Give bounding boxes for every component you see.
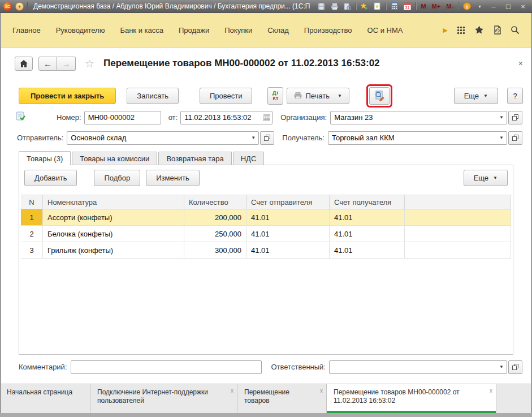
favorites-star-icon[interactable] xyxy=(474,25,484,35)
menu-item-os-i-nma[interactable]: ОС и НМА xyxy=(367,26,403,35)
row-acc-from[interactable]: 41.01 xyxy=(246,209,330,226)
info-dropdown-icon[interactable]: ▾ xyxy=(475,2,485,11)
organization-open-button[interactable] xyxy=(508,111,522,124)
row-acc-to[interactable]: 41.01 xyxy=(330,209,405,226)
help-button[interactable]: ? xyxy=(507,88,523,104)
taskbar-tab-home[interactable]: Начальная страница xyxy=(0,384,90,413)
main-menu-dropdown-icon[interactable]: ▾ xyxy=(15,2,24,11)
sender-field[interactable]: Основной склад ▼ xyxy=(67,131,259,145)
row-qty[interactable]: 200,000 xyxy=(184,209,246,226)
favorites-icon[interactable] xyxy=(373,2,382,11)
close-tab-icon[interactable]: x xyxy=(320,386,323,395)
show-postings-dtkt-button[interactable]: Дт Кт xyxy=(267,87,283,105)
add-favorite-icon[interactable] xyxy=(360,2,369,11)
table-toolbar: Добавить Подбор Изменить Еще ▼ xyxy=(24,170,508,186)
taskbar-tab-goods-transfer[interactable]: Перемещение товаров x xyxy=(237,384,327,413)
tab-returnable-tare[interactable]: Возвратная тара xyxy=(158,152,231,165)
back-button[interactable]: ← xyxy=(38,57,57,71)
col-header-acc-to[interactable]: Счет получателя xyxy=(330,195,405,209)
menu-item-sklad[interactable]: Склад xyxy=(267,26,289,35)
table-row[interactable]: 1 Ассорти (конфеты) 200,000 41.01 41.01 xyxy=(21,209,511,226)
preview-icon[interactable] xyxy=(343,2,352,11)
row-number: 1 xyxy=(21,209,43,226)
post-button[interactable]: Провести xyxy=(200,88,253,104)
tab-commission-goods[interactable]: Товары на комиссии xyxy=(72,152,157,165)
home-button[interactable] xyxy=(15,57,33,71)
close-document-icon[interactable]: × xyxy=(518,59,523,68)
responsible-dropdown-icon[interactable]: ▼ xyxy=(496,361,507,373)
row-acc-from[interactable]: 41.01 xyxy=(246,226,330,242)
favorite-star-icon[interactable]: ☆ xyxy=(85,57,94,70)
row-acc-to[interactable]: 41.01 xyxy=(330,242,405,259)
col-header-acc-from[interactable]: Счет отправителя xyxy=(246,195,330,209)
number-label: Номер: xyxy=(57,113,81,122)
row-qty[interactable]: 250,000 xyxy=(184,226,246,242)
sender-dropdown-icon[interactable]: ▼ xyxy=(248,132,258,144)
col-header-n[interactable]: N xyxy=(21,195,43,209)
number-field[interactable]: МН00-000002 xyxy=(84,111,161,124)
row-item[interactable]: Белочка (конфеты) xyxy=(43,226,184,242)
menu-overflow-arrow-icon[interactable]: ▶ xyxy=(443,27,448,34)
row-item[interactable]: Ассорти (конфеты) xyxy=(43,209,184,226)
taskbar-tab-internet-support[interactable]: Подключение Интернет-поддержки пользоват… xyxy=(90,384,237,413)
add-row-button[interactable]: Добавить xyxy=(24,170,77,186)
app-logo-icon[interactable]: 1С xyxy=(3,2,12,11)
table-more-button[interactable]: Еще ▼ xyxy=(464,170,508,186)
organization-dropdown-icon[interactable]: ▼ xyxy=(496,111,507,124)
menu-item-rukovoditelyu[interactable]: Руководителю xyxy=(56,26,105,35)
save-icon[interactable] xyxy=(317,2,326,11)
window-title: Демонстрационная база / Абдулов Юрий Вла… xyxy=(33,2,310,10)
date-field[interactable]: 11.02.2013 16:53:02 xyxy=(180,111,273,124)
forward-button[interactable]: → xyxy=(57,57,76,71)
col-header-qty[interactable]: Количество xyxy=(184,195,246,209)
table-more-dropdown-icon: ▼ xyxy=(493,175,498,180)
memory-subtract-button[interactable]: M- xyxy=(445,3,455,10)
sender-open-button[interactable] xyxy=(260,131,274,145)
memory-add-button[interactable]: M+ xyxy=(431,3,442,10)
close-window-button[interactable]: × xyxy=(517,0,529,13)
row-qty[interactable]: 300,000 xyxy=(184,242,246,259)
close-tab-icon[interactable]: x xyxy=(490,386,492,395)
row-acc-from[interactable]: 41.01 xyxy=(246,242,330,259)
write-button[interactable]: Записать xyxy=(127,88,179,104)
organization-label: Организация: xyxy=(280,113,327,122)
menu-item-bank-i-kassa[interactable]: Банк и касса xyxy=(120,26,163,35)
receiver-dropdown-icon[interactable]: ▼ xyxy=(496,132,507,144)
organization-field[interactable]: Магазин 23 ▼ xyxy=(330,111,507,124)
receiver-field[interactable]: Торговый зал ККМ ▼ xyxy=(328,131,507,145)
tab-goods[interactable]: Товары (3) xyxy=(19,151,71,165)
more-actions-button[interactable]: Еще ▼ xyxy=(454,88,498,104)
menu-item-pokupki[interactable]: Покупки xyxy=(224,26,252,35)
responsible-open-button[interactable] xyxy=(508,360,522,374)
pick-items-button[interactable]: Подбор xyxy=(94,170,140,186)
minimize-button[interactable]: – xyxy=(488,0,499,13)
search-icon[interactable] xyxy=(511,25,520,35)
calculator-icon[interactable] xyxy=(390,2,399,11)
tab-vat[interactable]: НДС xyxy=(233,152,265,165)
print-button[interactable]: Печать ▼ xyxy=(287,88,349,104)
apps-grid-icon[interactable] xyxy=(457,26,465,35)
menu-item-proizvodstvo[interactable]: Производство xyxy=(304,26,352,35)
date-picker-icon[interactable] xyxy=(262,111,272,124)
col-header-item[interactable]: Номенклатура xyxy=(43,195,184,209)
row-acc-to[interactable]: 41.01 xyxy=(330,226,405,242)
edit-row-button[interactable]: Изменить xyxy=(146,170,200,186)
post-and-close-button[interactable]: Провести и закрыть xyxy=(19,88,116,104)
receiver-open-button[interactable] xyxy=(508,131,522,145)
close-tab-icon[interactable]: x xyxy=(231,386,233,395)
menu-item-glavnoe[interactable]: Главное xyxy=(12,26,41,35)
edit-document-movements-button[interactable] xyxy=(369,87,390,105)
calendar-icon[interactable]: 31 xyxy=(403,2,412,11)
print-icon[interactable] xyxy=(330,2,339,11)
history-icon[interactable] xyxy=(493,25,501,35)
maximize-button[interactable]: □ xyxy=(503,0,514,13)
responsible-field[interactable]: ▼ xyxy=(329,360,507,374)
menu-item-prodazhi[interactable]: Продажи xyxy=(179,26,209,35)
memory-recall-button[interactable]: M xyxy=(419,3,427,10)
info-icon[interactable]: i xyxy=(462,2,472,11)
table-row[interactable]: 3 Грильяж (конфеты) 300,000 41.01 41.01 xyxy=(21,242,511,259)
table-row[interactable]: 2 Белочка (конфеты) 250,000 41.01 41.01 xyxy=(21,226,511,242)
taskbar-tab-goods-transfer-doc[interactable]: Перемещение товаров МН00-000002 от 11.02… xyxy=(327,384,496,413)
comment-field[interactable] xyxy=(71,360,262,374)
row-item[interactable]: Грильяж (конфеты) xyxy=(43,242,184,259)
